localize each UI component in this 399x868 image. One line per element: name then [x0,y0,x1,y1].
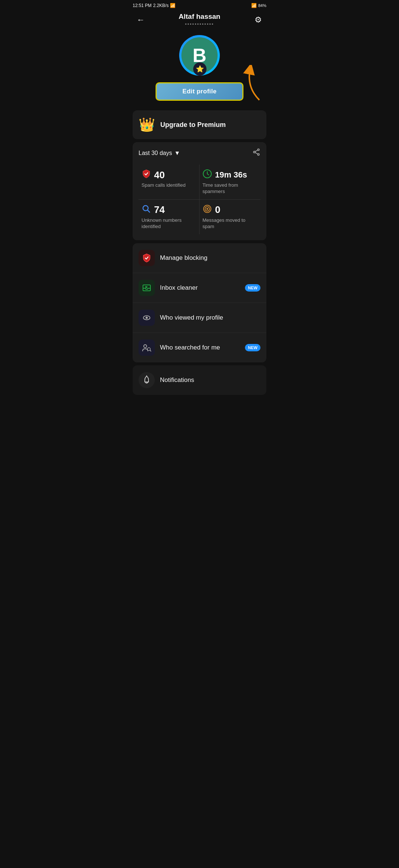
avatar-section: B ⭐ Edit profile [127,31,272,107]
manage-blocking-icon-wrap [139,250,155,266]
messages-spam-count: 0 [215,204,220,216]
spam-calls-label: Spam calls identified [141,182,196,189]
period-label: Last 30 days [139,150,172,156]
svg-point-16 [146,317,148,319]
premium-label: Upgrade to Premium [160,121,226,129]
back-icon: ← [137,15,145,25]
inbox-icon [142,283,151,293]
svg-line-4 [255,150,258,152]
avatar-ring: B ⭐ [179,35,220,76]
notifications-label: Notifications [160,376,194,384]
eye-icon [142,313,151,323]
wifi-icon: 📶 [251,3,257,8]
signal-icons: 📶 [170,3,175,8]
who-searched-label: Who searched for me [160,344,240,351]
messages-spam-label: Messages moved to spam [202,217,258,230]
edit-profile-label: Edit profile [183,88,216,95]
stat-messages-spam: 0 Messages moved to spam [200,199,260,234]
menu-item-who-searched[interactable]: Who searched for me NEW [133,333,266,362]
people-search-icon [142,343,151,352]
star-icon: ⭐ [196,65,204,73]
status-left: 12:51 PM 2.2KB/s 📶 [133,3,175,8]
settings-button[interactable]: ⚙ [251,14,266,26]
battery: 84% [258,3,266,8]
shield-check-icon [141,169,151,181]
inbox-cleaner-label: Inbox cleaner [160,284,240,292]
svg-point-3 [258,154,259,155]
dropdown-icon: ▼ [174,150,180,156]
settings-icon: ⚙ [255,15,262,25]
svg-line-5 [255,152,258,154]
who-viewed-icon-wrap [139,310,155,326]
svg-point-17 [144,345,147,348]
svg-point-11 [207,208,208,210]
menu-item-manage-blocking[interactable]: Manage blocking [133,243,266,273]
menu-item-who-viewed[interactable]: Who viewed my profile [133,303,266,333]
battery-percent: 84% [258,3,266,8]
time-saved-label: Time saved from spammers [202,182,258,195]
search-icon [141,204,151,216]
back-button[interactable]: ← [133,14,148,26]
period-selector[interactable]: Last 30 days ▼ [139,150,180,156]
share-icon [252,148,260,156]
stat-time-value-row: 19m 36s [202,169,258,181]
menu-item-inbox-cleaner[interactable]: Inbox cleaner NEW [133,273,266,303]
svg-point-1 [258,149,259,151]
stat-unknown-value-row: 74 [141,204,196,216]
notifications-icon-wrap [139,372,155,388]
inbox-cleaner-icon-wrap [139,280,155,296]
edit-profile-button[interactable]: Edit profile [156,82,243,101]
spam-calls-count: 40 [154,169,165,181]
manage-blocking-label: Manage blocking [160,254,260,262]
stat-spam-value-row: 40 [141,169,196,181]
svg-line-8 [148,210,150,212]
page-title: Altaf hassan [148,13,251,21]
time: 12:51 PM [133,3,151,8]
notifications-bar[interactable]: Notifications [133,365,266,395]
svg-line-19 [150,350,151,351]
stat-unknown-numbers: 74 Unknown numbers identified [139,199,200,234]
stat-messages-value-row: 0 [202,204,258,216]
stats-card: Last 30 days ▼ 40 Spam calls identif [133,142,266,240]
header-title-wrap: Altaf hassan •••••••••••• [148,13,251,27]
bell-icon [142,375,151,385]
network-speed: 2.2KB/s [153,3,168,8]
who-searched-icon-wrap [139,340,155,356]
header-subtitle: •••••••••••• [148,21,251,27]
unknown-numbers-label: Unknown numbers identified [141,217,196,230]
message-spam-icon [202,204,212,216]
avatar-badge: ⭐ [193,62,207,76]
menu-card: Manage blocking Inbox cleaner NEW Who vi… [133,243,266,362]
premium-icon: 👑 [139,117,155,132]
time-saved-value: 19m 36s [215,170,247,180]
stats-header: Last 30 days ▼ [139,148,260,158]
who-viewed-label: Who viewed my profile [160,314,260,321]
shield-icon [142,253,151,263]
status-right: 📶 84% [251,3,266,8]
premium-card[interactable]: 👑 Upgrade to Premium [133,110,266,139]
status-bar: 12:51 PM 2.2KB/s 📶 📶 84% [127,0,272,10]
stat-spam-calls: 40 Spam calls identified [139,165,200,199]
share-button[interactable] [252,148,260,158]
svg-point-2 [253,151,255,153]
who-searched-badge: NEW [245,344,260,351]
header: ← Altaf hassan •••••••••••• ⚙ [127,10,272,31]
inbox-cleaner-badge: NEW [245,284,260,292]
unknown-numbers-count: 74 [154,204,165,216]
clock-icon [202,169,212,181]
stats-grid: 40 Spam calls identified 19m 36s Time sa… [139,165,260,234]
stat-time-saved: 19m 36s Time saved from spammers [200,165,260,199]
